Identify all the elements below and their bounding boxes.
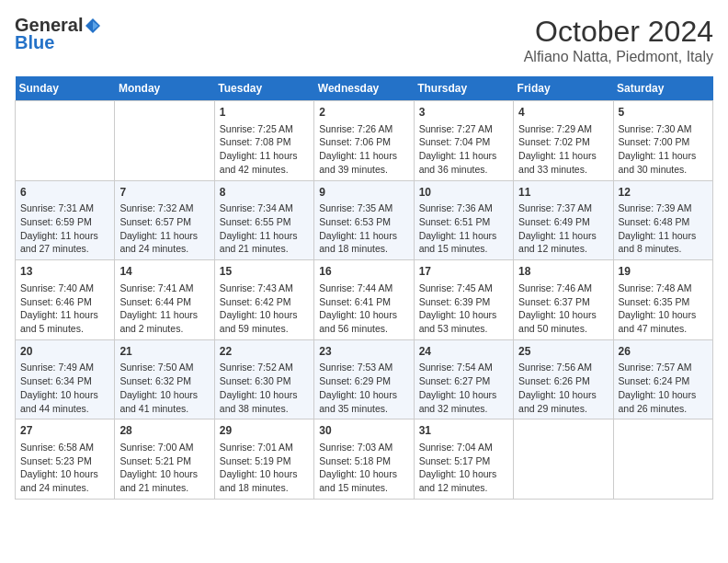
calendar-cell: 3Sunrise: 7:27 AMSunset: 7:04 PMDaylight…: [414, 101, 513, 181]
cell-text: Sunset: 6:29 PM: [319, 374, 408, 388]
day-number: 17: [419, 264, 508, 280]
cell-text: Sunset: 6:48 PM: [619, 215, 708, 229]
cell-text: Sunset: 6:30 PM: [220, 374, 309, 388]
calendar-cell: [16, 101, 115, 181]
cell-text: Sunset: 6:37 PM: [518, 295, 608, 309]
calendar-cell: 29Sunrise: 7:01 AMSunset: 5:19 PMDayligh…: [214, 419, 313, 500]
day-number: 5: [619, 105, 708, 121]
day-number: 6: [20, 185, 109, 201]
cell-text: Sunset: 6:24 PM: [619, 374, 708, 388]
cell-text: Sunset: 6:26 PM: [518, 374, 608, 388]
cell-text: Sunrise: 7:31 AM: [20, 201, 109, 215]
cell-text: Daylight: 10 hours and 56 minutes.: [319, 308, 408, 335]
day-number: 8: [220, 185, 309, 201]
day-number: 11: [518, 185, 608, 201]
logo: General Blue: [15, 15, 103, 53]
cell-text: Daylight: 10 hours and 32 minutes.: [419, 388, 508, 415]
weekday-header-thursday: Thursday: [414, 76, 513, 101]
cell-text: Daylight: 11 hours and 33 minutes.: [518, 149, 608, 176]
cell-text: Sunset: 6:59 PM: [20, 215, 109, 229]
cell-text: Sunrise: 7:56 AM: [518, 361, 608, 374]
day-number: 18: [518, 264, 608, 280]
cell-text: Sunset: 7:06 PM: [319, 135, 408, 149]
cell-text: Daylight: 11 hours and 8 minutes.: [619, 229, 708, 256]
day-number: 12: [619, 185, 708, 201]
cell-text: Sunrise: 7:54 AM: [419, 361, 508, 374]
cell-text: Sunset: 6:41 PM: [319, 295, 408, 309]
calendar-cell: 22Sunrise: 7:52 AMSunset: 6:30 PMDayligh…: [214, 339, 313, 419]
calendar-cell: 23Sunrise: 7:53 AMSunset: 6:29 PMDayligh…: [314, 339, 414, 419]
calendar-cell: 16Sunrise: 7:44 AMSunset: 6:41 PMDayligh…: [314, 260, 414, 340]
cell-text: Daylight: 10 hours and 41 minutes.: [119, 388, 209, 415]
cell-text: Sunset: 7:04 PM: [419, 135, 508, 149]
cell-text: Sunset: 7:00 PM: [619, 135, 708, 149]
cell-text: Daylight: 11 hours and 30 minutes.: [619, 149, 708, 176]
cell-text: Sunrise: 7:36 AM: [419, 201, 508, 215]
day-number: 24: [419, 344, 508, 360]
cell-text: Sunset: 6:35 PM: [619, 295, 708, 309]
calendar-cell: 19Sunrise: 7:48 AMSunset: 6:35 PMDayligh…: [613, 260, 712, 340]
cell-text: Daylight: 10 hours and 18 minutes.: [220, 467, 309, 494]
cell-text: Sunset: 6:57 PM: [119, 215, 209, 229]
calendar-cell: 20Sunrise: 7:49 AMSunset: 6:34 PMDayligh…: [16, 339, 115, 419]
day-number: 20: [20, 344, 109, 360]
calendar-week-row: 20Sunrise: 7:49 AMSunset: 6:34 PMDayligh…: [16, 339, 713, 419]
calendar-week-row: 1Sunrise: 7:25 AMSunset: 7:08 PMDaylight…: [16, 101, 713, 181]
weekday-header-row: SundayMondayTuesdayWednesdayThursdayFrid…: [16, 76, 713, 101]
cell-text: Sunset: 6:49 PM: [518, 215, 608, 229]
cell-text: Daylight: 10 hours and 15 minutes.: [319, 467, 408, 494]
cell-text: Sunset: 6:46 PM: [20, 295, 109, 309]
calendar-cell: [115, 101, 214, 181]
calendar-cell: 18Sunrise: 7:46 AMSunset: 6:37 PMDayligh…: [514, 260, 613, 340]
cell-text: Daylight: 10 hours and 21 minutes.: [119, 467, 209, 494]
cell-text: Sunset: 6:55 PM: [220, 215, 309, 229]
cell-text: Daylight: 11 hours and 18 minutes.: [319, 229, 408, 256]
cell-text: Daylight: 10 hours and 26 minutes.: [619, 388, 708, 415]
cell-text: Daylight: 10 hours and 47 minutes.: [619, 308, 708, 335]
calendar-cell: 6Sunrise: 7:31 AMSunset: 6:59 PMDaylight…: [16, 180, 115, 260]
cell-text: Sunrise: 7:04 AM: [419, 441, 508, 454]
day-number: 13: [20, 264, 109, 280]
calendar-week-row: 6Sunrise: 7:31 AMSunset: 6:59 PMDaylight…: [16, 180, 713, 260]
cell-text: Sunset: 6:44 PM: [119, 295, 209, 309]
month-title: October 2024: [524, 15, 713, 49]
cell-text: Daylight: 10 hours and 38 minutes.: [220, 388, 309, 415]
calendar-cell: [514, 419, 613, 500]
day-number: 2: [319, 105, 408, 121]
calendar-cell: 17Sunrise: 7:45 AMSunset: 6:39 PMDayligh…: [414, 260, 513, 340]
cell-text: Sunrise: 7:03 AM: [319, 441, 408, 454]
cell-text: Sunrise: 7:53 AM: [319, 361, 408, 374]
cell-text: Sunset: 5:21 PM: [119, 454, 209, 468]
day-number: 4: [518, 105, 608, 121]
logo-blue: Blue: [15, 32, 54, 53]
calendar-week-row: 27Sunrise: 6:58 AMSunset: 5:23 PMDayligh…: [16, 419, 713, 500]
day-number: 28: [119, 423, 209, 439]
day-number: 21: [119, 344, 209, 360]
calendar-cell: 25Sunrise: 7:56 AMSunset: 6:26 PMDayligh…: [514, 339, 613, 419]
weekday-header-saturday: Saturday: [613, 76, 712, 101]
calendar-cell: [613, 419, 712, 500]
day-number: 9: [319, 185, 408, 201]
day-number: 27: [20, 423, 109, 439]
cell-text: Daylight: 11 hours and 12 minutes.: [518, 229, 608, 256]
cell-text: Sunrise: 7:46 AM: [518, 282, 608, 295]
cell-text: Daylight: 11 hours and 39 minutes.: [319, 149, 408, 176]
calendar-table: SundayMondayTuesdayWednesdayThursdayFrid…: [15, 76, 713, 500]
calendar-cell: 21Sunrise: 7:50 AMSunset: 6:32 PMDayligh…: [115, 339, 214, 419]
day-number: 26: [619, 344, 708, 360]
calendar-cell: 26Sunrise: 7:57 AMSunset: 6:24 PMDayligh…: [613, 339, 712, 419]
calendar-cell: 28Sunrise: 7:00 AMSunset: 5:21 PMDayligh…: [115, 419, 214, 500]
day-number: 25: [518, 344, 608, 360]
calendar-cell: 2Sunrise: 7:26 AMSunset: 7:06 PMDaylight…: [314, 101, 414, 181]
calendar-cell: 24Sunrise: 7:54 AMSunset: 6:27 PMDayligh…: [414, 339, 513, 419]
day-number: 31: [419, 423, 508, 439]
location: Alfiano Natta, Piedmont, Italy: [524, 49, 713, 65]
cell-text: Sunset: 7:08 PM: [220, 135, 309, 149]
day-number: 3: [419, 105, 508, 121]
cell-text: Daylight: 10 hours and 12 minutes.: [419, 467, 508, 494]
calendar-week-row: 13Sunrise: 7:40 AMSunset: 6:46 PMDayligh…: [16, 260, 713, 340]
cell-text: Sunrise: 7:25 AM: [220, 122, 309, 136]
day-number: 29: [220, 423, 309, 439]
cell-text: Daylight: 10 hours and 53 minutes.: [419, 308, 508, 335]
cell-text: Sunrise: 7:34 AM: [220, 201, 309, 215]
